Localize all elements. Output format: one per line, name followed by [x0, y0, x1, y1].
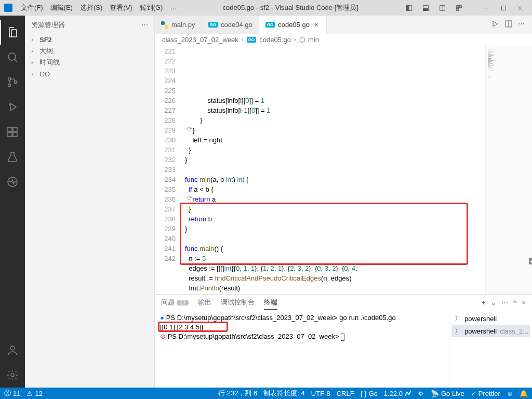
activity-extensions[interactable]	[0, 119, 25, 144]
window-title: code05.go - sf2 - Visual Studio Code [管理…	[180, 3, 401, 12]
svg-rect-4	[440, 5, 445, 10]
activity-source-control[interactable]	[0, 70, 25, 95]
menu-edit[interactable]: 编辑(E)	[47, 1, 76, 15]
panel-tab-terminal[interactable]: 终端	[264, 296, 277, 310]
svg-point-15	[8, 78, 11, 81]
activity-remote[interactable]	[0, 169, 25, 194]
svg-rect-3	[423, 8, 428, 10]
sidebar-title: 资源管理器	[31, 20, 65, 30]
sidebar-more-icon[interactable]: ⋯	[141, 21, 148, 29]
activity-account[interactable]	[0, 338, 25, 363]
layout-sidebar-left-icon[interactable]	[401, 2, 417, 14]
breadcrumb-file[interactable]: code05.go	[259, 36, 291, 44]
status-warnings[interactable]: ⚠ 12	[26, 390, 42, 397]
status-go-live[interactable]: 📡 Go Live	[431, 390, 464, 397]
breadcrumb-symbol[interactable]: min	[308, 36, 319, 44]
go-icon: GO	[208, 22, 218, 28]
status-tab-size[interactable]: 制表符长度: 4	[263, 389, 304, 398]
menu-goto[interactable]: 转到(G)	[137, 1, 166, 15]
tab-close-icon[interactable]: ×	[313, 21, 320, 29]
tab-more-icon[interactable]: ⋯	[518, 20, 525, 30]
window-close[interactable]	[512, 2, 528, 14]
svg-rect-8	[456, 8, 458, 10]
layout-panel-icon[interactable]	[418, 2, 433, 14]
code-editor[interactable]: 2212222232242252262272282292302312322332…	[155, 45, 532, 294]
status-errors[interactable]: ⓧ 11	[4, 389, 20, 398]
code-lens-icon[interactable]: ⟳+	[187, 124, 195, 136]
window-maximize[interactable]	[496, 2, 511, 14]
tab-code05-go[interactable]: GOcode05.go×	[259, 16, 327, 34]
panel-more-icon[interactable]: ⋯	[501, 299, 508, 307]
terminal-list-item[interactable]: 〉powershell class_2...	[451, 325, 530, 337]
status-cursor-position[interactable]: 行 232，列 6	[218, 389, 257, 398]
menu-bar: 文件(F) 编辑(E) 选择(S) 查看(V) 转到(G) …	[18, 1, 180, 15]
terminal-line: PS D:\mysetup\gopath\src\sf2\class_2023_…	[166, 314, 396, 322]
split-editor-icon[interactable]	[504, 20, 513, 30]
tab-main-py[interactable]: main.py	[155, 16, 202, 34]
svg-point-26	[11, 374, 14, 377]
minimap-expand-icon[interactable]: +	[529, 258, 532, 264]
activity-settings[interactable]	[0, 363, 25, 388]
status-language[interactable]: { } Go	[361, 390, 378, 397]
status-go-debug[interactable]: ⛭	[418, 390, 424, 397]
svg-rect-1	[406, 5, 408, 10]
status-eol[interactable]: CRLF	[337, 390, 354, 397]
tab-code04-go[interactable]: GOcode04.go	[202, 16, 259, 34]
editor-area: main.py GOcode04.go GOcode05.go× ⋯ class…	[155, 16, 532, 388]
status-encoding[interactable]: UTF-8	[311, 390, 330, 397]
sidebar-header: 资源管理器 ⋯	[25, 16, 154, 34]
activity-testing[interactable]	[0, 144, 25, 169]
svg-rect-10	[501, 6, 506, 10]
menu-view[interactable]: 查看(V)	[107, 1, 135, 15]
terminal[interactable]: ●PS D:\mysetup\gopath\src\sf2\class_2023…	[155, 310, 449, 388]
tree-section-workspace[interactable]: ›SF2	[25, 34, 154, 45]
tree-section-timeline[interactable]: ›时间线	[25, 57, 154, 68]
minimap[interactable]: ▬▬▬▬▬▬▬▬▬▬▬▬▬▬▬▬▬▬▬▬▬▬▬▬▬▬▬▬▬▬▬▬▬▬▬▬▬▬▬▬…	[485, 45, 532, 294]
shell-icon: 〉	[455, 314, 461, 323]
window-minimize[interactable]	[479, 2, 495, 14]
run-icon[interactable]	[491, 20, 499, 30]
menu-more[interactable]: …	[167, 1, 180, 15]
code-lens-icon[interactable]: ⟳+	[187, 193, 195, 205]
explorer-tree: ›SF2 ›大纲 ›时间线 ›GO	[25, 34, 154, 79]
layout-customize-icon[interactable]	[451, 2, 467, 14]
breadcrumb-folder[interactable]: class_2023_07_02_week	[162, 36, 238, 44]
panel-tab-output[interactable]: 输出	[198, 296, 211, 309]
panel-tab-debug[interactable]: 调试控制台	[221, 296, 255, 309]
panel-close-icon[interactable]: ×	[522, 299, 526, 307]
svg-marker-27	[493, 21, 498, 26]
status-notifications-icon[interactable]: 🔔	[520, 390, 528, 397]
tree-section-outline[interactable]: ›大纲	[25, 45, 154, 57]
terminal-list-item[interactable]: 〉powershell	[451, 312, 530, 325]
svg-point-16	[8, 84, 11, 87]
terminal-new-icon[interactable]: +	[482, 299, 486, 307]
menu-file[interactable]: 文件(F)	[18, 1, 46, 15]
layout-sidebar-right-icon[interactable]	[434, 2, 450, 14]
activity-debug[interactable]	[0, 95, 25, 119]
svg-rect-7	[459, 5, 461, 7]
svg-rect-6	[456, 5, 458, 7]
svg-marker-18	[10, 103, 16, 111]
bottom-panel: 问题23 输出 调试控制台 终端 + ⌄ ⋯ ^ × ●PS D:\mysetu…	[155, 294, 532, 388]
minimap-content: ▬▬▬▬▬▬▬▬▬▬▬▬▬▬▬▬▬▬▬▬▬▬▬▬▬▬▬▬▬▬▬▬▬▬▬▬▬▬▬▬…	[488, 47, 495, 77]
activity-search[interactable]	[0, 45, 25, 70]
tree-section-go[interactable]: ›GO	[25, 68, 154, 79]
activity-explorer[interactable]	[0, 20, 25, 45]
sidebar-explorer: 资源管理器 ⋯ ›SF2 ›大纲 ›时间线 ›GO	[25, 16, 155, 388]
symbol-icon: ⬡	[299, 36, 305, 44]
breadcrumb[interactable]: class_2023_07_02_week› GOcode05.go› ⬡min	[155, 34, 532, 45]
activity-bar	[0, 16, 25, 388]
code-content[interactable]: ⟳+ ⟳+ status[info[i][0]] = 1 status[info…	[181, 45, 485, 294]
svg-point-13	[8, 53, 16, 60]
terminal-output: [[0 1] [2 3 4 5]]	[160, 323, 203, 331]
terminal-list: 〉powershell 〉powershell class_2...	[449, 310, 532, 388]
panel-tab-problems[interactable]: 问题23	[161, 296, 189, 309]
panel-maximize-icon[interactable]: ^	[513, 299, 516, 307]
status-feedback-icon[interactable]: ☺	[507, 390, 513, 397]
terminal-dropdown-icon[interactable]: ⌄	[490, 299, 496, 307]
status-go-version[interactable]: 1.22.0 🗲	[384, 390, 411, 397]
svg-rect-21	[13, 127, 17, 131]
status-bar: ⓧ 11 ⚠ 12 行 232，列 6 制表符长度: 4 UTF-8 CRLF …	[0, 388, 532, 399]
status-prettier[interactable]: ✓ Prettier	[471, 390, 500, 397]
menu-select[interactable]: 选择(S)	[77, 1, 105, 15]
